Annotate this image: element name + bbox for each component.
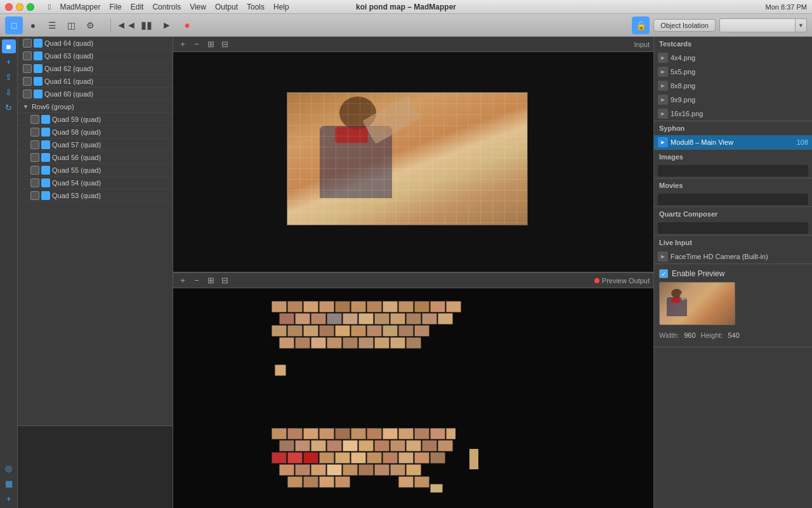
menu-edit[interactable]: Edit: [127, 3, 148, 11]
isolation-dropdown[interactable]: ▼: [719, 18, 807, 32]
layer-checkbox[interactable]: [30, 166, 39, 175]
tool-select[interactable]: ■: [2, 39, 16, 53]
height-value: 540: [728, 331, 739, 339]
toolbar-separator: [110, 19, 111, 32]
tool-arrow-up[interactable]: ⇧: [2, 70, 16, 84]
layer-name: Quad 58 (quad): [52, 128, 101, 136]
testcard-4x4[interactable]: ► 4x4.png: [654, 51, 812, 65]
layer-item[interactable]: Quad 62 (quad): [18, 62, 173, 75]
traffic-lights[interactable]: [5, 3, 34, 11]
input-expand-button[interactable]: ⊞: [205, 39, 216, 50]
object-isolation-button[interactable]: Object Isolation: [653, 19, 716, 32]
svg-rect-36: [327, 337, 342, 349]
isolation-input[interactable]: [719, 18, 796, 32]
testcard-16x16[interactable]: ► 16x16.png: [654, 107, 812, 121]
tool-extra[interactable]: +: [2, 491, 16, 505]
testcard-8x8[interactable]: ► 8x8.png: [654, 79, 812, 93]
toolbar-settings-icon[interactable]: ⚙: [81, 17, 99, 34]
tool-mask[interactable]: ▦: [2, 476, 16, 490]
layer-item[interactable]: Quad 59 (quad): [18, 113, 173, 126]
layer-checkbox[interactable]: [30, 128, 39, 137]
menu-output[interactable]: Output: [211, 3, 242, 11]
layer-checkbox[interactable]: [23, 77, 32, 86]
layer-item[interactable]: Quad 55 (quad): [18, 164, 173, 177]
layer-checkbox[interactable]: [30, 178, 39, 187]
layer-checkbox[interactable]: [30, 140, 39, 149]
layer-checkbox[interactable]: [23, 51, 32, 60]
layer-name: Quad 54 (quad): [52, 179, 101, 187]
layer-group-item[interactable]: ▼ Row6 (group): [18, 100, 173, 113]
layer-item[interactable]: Quad 53 (quad): [18, 189, 173, 202]
toolbar-list-icon[interactable]: ☰: [43, 17, 61, 34]
layer-color: [34, 39, 43, 48]
layer-name: Quad 59 (quad): [52, 116, 101, 123]
tool-add[interactable]: ◎: [2, 461, 16, 475]
close-button[interactable]: [5, 3, 13, 11]
menu-help[interactable]: Help: [270, 3, 293, 11]
testcards-section: Testcards ► 4x4.png ► 5x5.png ► 8x8.png …: [654, 37, 812, 121]
output-expand-button[interactable]: ⊞: [205, 275, 216, 286]
layer-checkbox[interactable]: [23, 90, 32, 98]
movies-section: Movies: [654, 178, 812, 207]
layer-checkbox[interactable]: [23, 64, 32, 73]
layer-color: [41, 153, 50, 162]
layer-item[interactable]: Quad 64 (quad): [18, 37, 173, 50]
record-icon[interactable]: ●: [178, 17, 196, 34]
layer-checkbox[interactable]: [30, 191, 39, 200]
testcard-5x5[interactable]: ► 5x5.png: [654, 65, 812, 79]
enable-preview-checkbox[interactable]: ✓: [659, 269, 668, 278]
layer-item[interactable]: Quad 56 (quad): [18, 151, 173, 164]
live-input-title: Live Input: [654, 236, 812, 250]
menu-file[interactable]: File: [105, 3, 125, 11]
layer-checkbox[interactable]: [23, 39, 32, 48]
layer-color: [41, 178, 50, 187]
rewind-icon[interactable]: ◄◄: [117, 17, 135, 34]
output-collapse-button[interactable]: ⊟: [219, 275, 230, 286]
input-remove-button[interactable]: −: [191, 39, 202, 50]
layer-color: [34, 77, 43, 86]
layer-item[interactable]: Quad 54 (quad): [18, 177, 173, 189]
tool-arrow-down[interactable]: ⇩: [2, 85, 16, 99]
input-panel-toolbar: + − ⊞ ⊟ Input: [173, 37, 653, 52]
menu-view[interactable]: View: [186, 3, 210, 11]
output-content: [173, 288, 653, 508]
menu-apple[interactable]: : [44, 3, 55, 11]
stop-icon[interactable]: ▮▮: [138, 17, 155, 34]
testcard-9x9[interactable]: ► 9x9.png: [654, 93, 812, 107]
play-icon[interactable]: ►: [158, 17, 176, 34]
tool-rotate[interactable]: ↻: [2, 100, 16, 114]
fullscreen-button[interactable]: [27, 3, 34, 11]
menu-tools[interactable]: Tools: [243, 3, 268, 11]
layer-item[interactable]: Quad 57 (quad): [18, 138, 173, 151]
menu-madmapper[interactable]: MadMapper: [56, 3, 104, 11]
tool-point[interactable]: +: [2, 55, 16, 69]
layer-checkbox[interactable]: [30, 115, 39, 124]
isolation-arrow-icon[interactable]: ▼: [796, 18, 807, 32]
menu-controls[interactable]: Controls: [148, 3, 185, 11]
width-value: 960: [684, 331, 695, 339]
mosaic-group-1: [272, 301, 475, 385]
layer-item[interactable]: Quad 60 (quad): [18, 88, 173, 100]
svg-rect-61: [374, 440, 390, 451]
lock-button[interactable]: 🔒: [632, 17, 650, 34]
svg-rect-12: [279, 313, 294, 324]
toolbar-display-icon[interactable]: ◫: [62, 17, 80, 34]
layer-item[interactable]: Quad 63 (quad): [18, 50, 173, 62]
facetime-camera[interactable]: ► FaceTime HD Camera (Built-in): [654, 250, 812, 264]
toolbar-quad-icon[interactable]: □: [5, 17, 23, 34]
layer-name: Quad 57 (quad): [52, 141, 101, 149]
output-add-button[interactable]: +: [177, 275, 188, 286]
layer-item[interactable]: Quad 61 (quad): [18, 75, 173, 88]
input-collapse-button[interactable]: ⊟: [219, 39, 230, 50]
output-remove-button[interactable]: −: [191, 275, 202, 286]
layer-name: Quad 55 (quad): [52, 166, 101, 174]
toolbar-point-icon[interactable]: ●: [24, 17, 42, 34]
svg-rect-28: [351, 325, 366, 337]
layer-checkbox[interactable]: [30, 153, 39, 162]
syphon-modul8[interactable]: ► Modul8 – Main View 108: [654, 135, 812, 149]
minimize-button[interactable]: [16, 3, 23, 11]
input-add-button[interactable]: +: [177, 39, 188, 50]
layer-item[interactable]: Quad 58 (quad): [18, 126, 173, 138]
quartz-section: Quartz Composer: [654, 207, 812, 236]
thumb-person: [664, 287, 701, 324]
